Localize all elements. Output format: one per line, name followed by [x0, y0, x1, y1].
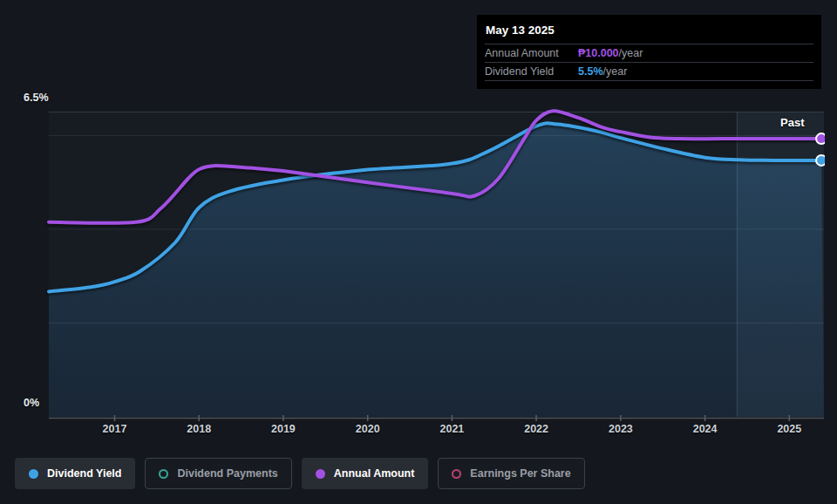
tooltip-unit: /year — [603, 65, 628, 78]
dividend-payments-ring-icon — [159, 469, 168, 479]
tooltip-label: Dividend Yield — [485, 65, 578, 78]
tooltip-unit: /year — [619, 47, 643, 59]
y-axis-min-label: 0% — [24, 397, 39, 409]
annual-amount-dot-icon — [316, 469, 325, 479]
legend-toggle-dividend-payments[interactable]: Dividend Payments — [145, 458, 291, 489]
tooltip-value: 5.5% — [578, 65, 603, 78]
chart-tooltip: May 13 2025 Annual Amount ₱10.000 /year … — [477, 15, 821, 89]
x-axis-label: 2020 — [342, 423, 394, 435]
x-axis-label: 2023 — [595, 423, 647, 435]
dividend-history-chart: 6.5% 0% Past 201720182019202020212022202… — [0, 0, 837, 504]
x-axis-label: 2022 — [510, 423, 562, 435]
y-axis-max-label: 6.5% — [24, 92, 49, 104]
tooltip-row-dividend-yield: Dividend Yield 5.5% /year — [485, 62, 813, 80]
legend-label: Annual Amount — [334, 467, 415, 480]
x-axis-label: 2018 — [173, 423, 225, 435]
chart-legend: Dividend Yield Dividend Payments Annual … — [15, 458, 585, 489]
x-axis-label: 2025 — [763, 423, 815, 435]
x-axis-label: 2021 — [425, 423, 478, 435]
legend-label: Dividend Yield — [47, 467, 121, 480]
tooltip-value: ₱10.000 — [578, 47, 619, 59]
tooltip-date: May 13 2025 — [485, 20, 813, 44]
x-axis-label: 2017 — [89, 423, 141, 435]
legend-toggle-earnings-per-share[interactable]: Earnings Per Share — [438, 458, 584, 489]
tooltip-bottom-divider — [485, 80, 813, 89]
tooltip-row-annual-amount: Annual Amount ₱10.000 /year — [485, 44, 813, 62]
past-region-label: Past — [780, 116, 804, 129]
legend-toggle-dividend-yield[interactable]: Dividend Yield — [15, 458, 135, 489]
legend-label: Earnings Per Share — [470, 467, 570, 480]
legend-toggle-annual-amount[interactable]: Annual Amount — [302, 458, 429, 489]
tooltip-label: Annual Amount — [485, 47, 578, 59]
x-axis-label: 2024 — [679, 423, 732, 435]
x-axis-label: 2019 — [257, 423, 310, 435]
legend-label: Dividend Payments — [177, 467, 277, 480]
dividend-yield-dot-icon — [29, 469, 38, 479]
earnings-per-share-ring-icon — [452, 469, 461, 479]
